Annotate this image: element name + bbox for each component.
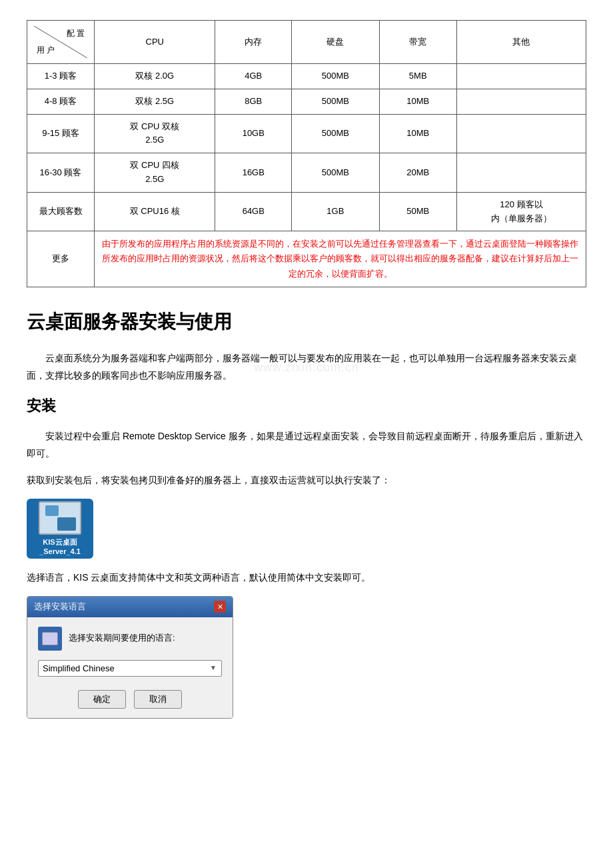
row-disk: 500MB [292,153,379,193]
row-users: 16-30 顾客 [27,153,95,193]
row-bandwidth: 10MB [379,114,456,153]
kis-cloud-desktop-icon: KIS云桌面 _Server_4.1 [27,499,93,559]
section2-para3: 选择语言，KIS 云桌面支持简体中文和英文两种语言，默认使用简体中文安装即可。 [27,569,586,587]
dialog-select-row: Simplified Chinese English [38,660,222,677]
section2-para1: 安装过程中会重启 Remote Desktop Service 服务，如果是通过… [27,428,586,463]
more-content: 由于所发布的应用程序占用的系统资源是不同的，在安装之前可以先通过任务管理器查看一… [95,231,586,287]
dialog-select-wrapper: Simplified Chinese English [38,660,222,677]
row-memory: 16GB [215,153,292,193]
row-disk: 1GB [292,192,379,231]
dialog-titlebar: 选择安装语言 ✕ [27,597,233,617]
row-memory: 10GB [215,114,292,153]
row-users: 4-8 顾客 [27,89,95,114]
row-users: 9-15 顾客 [27,114,95,153]
row-memory: 4GB [215,64,292,89]
dialog-buttons: 确定 取消 [38,686,222,711]
language-select[interactable]: Simplified Chinese English [38,660,222,677]
row-cpu: 双 CPU 四核2.5G [95,153,215,193]
row-other: 120 顾客以内（单服务器） [456,192,586,231]
table-header-disk: 硬盘 [292,21,379,64]
table-header-other: 其他 [456,21,586,64]
section2-title: 安装 [27,394,586,417]
row-other [456,89,586,114]
row-other [456,114,586,153]
table-header-cpu: CPU [95,21,215,64]
row-bandwidth: 20MB [379,153,456,193]
icon-image [39,501,81,535]
table-header-bandwidth: 带宽 [379,21,456,64]
table-row: 16-30 顾客 双 CPU 四核2.5G 16GB 500MB 20MB [27,153,586,193]
row-disk: 500MB [292,114,379,153]
more-label: 更多 [27,231,95,287]
dialog-close-button[interactable]: ✕ [214,601,226,613]
table-row: 9-15 顾客 双 CPU 双核2.5G 10GB 500MB 10MB [27,114,586,153]
dialog-icon [38,627,62,651]
row-other [456,153,586,193]
section1-title: 云桌面服务器安装与使用 [27,307,586,337]
config-label: 配 置 [67,27,85,40]
row-cpu: 双核 2.0G [95,64,215,89]
dialog-confirm-button[interactable]: 确定 [78,690,126,709]
section2-para2: 获取到安装包后，将安装包拷贝到准备好的服务器上，直接双击运营就可以执行安装了： [27,472,586,489]
table-row: 1-3 顾客 双核 2.0G 4GB 500MB 5MB [27,64,586,89]
language-select-dialog: 选择安装语言 ✕ 选择安装期间要使用的语言: Simplified Chines… [27,596,233,719]
dialog-icon-row: 选择安装期间要使用的语言: [38,627,222,651]
table-row: 4-8 顾客 双核 2.5G 8GB 500MB 10MB [27,89,586,114]
row-other [456,64,586,89]
user-label: 用 户 [37,44,55,57]
row-bandwidth: 5MB [379,64,456,89]
table-row: 最大顾客数 双 CPU16 核 64GB 1GB 50MB 120 顾客以内（单… [27,192,586,231]
table-header-memory: 内存 [215,21,292,64]
row-cpu: 双核 2.5G [95,89,215,114]
row-disk: 500MB [292,89,379,114]
table-header-user-config: 配 置 用 户 [27,21,95,64]
dialog-label-text: 选择安装期间要使用的语言: [69,631,175,645]
table-row-more: 更多 由于所发布的应用程序占用的系统资源是不同的，在安装之前可以先通过任务管理器… [27,231,586,287]
row-memory: 64GB [215,192,292,231]
row-bandwidth: 10MB [379,89,456,114]
dialog-cancel-button[interactable]: 取消 [134,690,182,709]
section1-para1: 云桌面系统分为服务器端和客户端两部分，服务器端一般可以与要发布的应用装在一起，也… [27,350,586,385]
row-cpu: 双 CPU 双核2.5G [95,114,215,153]
dialog-body: 选择安装期间要使用的语言: Simplified Chinese English… [27,617,233,718]
row-cpu: 双 CPU16 核 [95,192,215,231]
dialog-title-text: 选择安装语言 [34,600,86,614]
row-bandwidth: 50MB [379,192,456,231]
config-table: 配 置 用 户 CPU 内存 硬盘 带宽 其他 1-3 顾客 双核 2.0G 4… [27,20,586,287]
icon-label: KIS云桌面 _Server_4.1 [39,537,81,557]
dialog-title-area: 选择安装语言 [34,600,86,614]
row-users: 最大顾客数 [27,192,95,231]
row-memory: 8GB [215,89,292,114]
row-users: 1-3 顾客 [27,64,95,89]
row-disk: 500MB [292,64,379,89]
